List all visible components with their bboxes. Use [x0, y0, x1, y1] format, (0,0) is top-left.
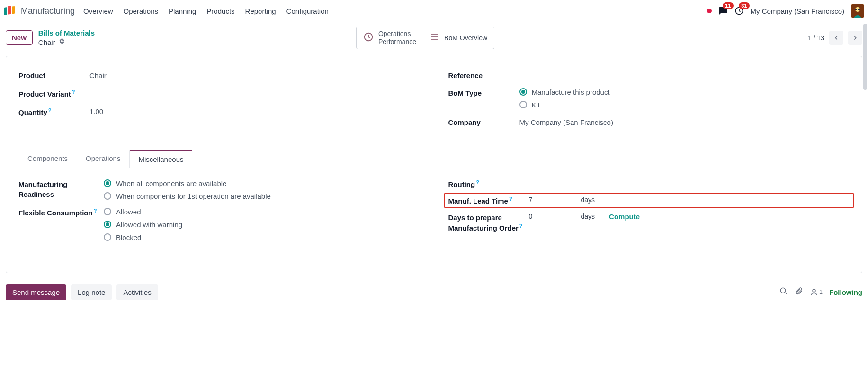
product-value[interactable]: Chair	[89, 71, 107, 80]
gear-icon[interactable]	[58, 38, 65, 47]
flex-allowed[interactable]: Allowed	[104, 208, 182, 216]
radio-icon	[104, 233, 111, 241]
list-icon	[430, 32, 439, 43]
svg-point-13	[813, 289, 815, 292]
bom-type-label: BoM Type	[448, 88, 519, 97]
breadcrumb-link[interactable]: Bills of Materials	[38, 28, 95, 38]
form-sheet: Product Chair Product Variant? Quantity?…	[6, 56, 862, 273]
top-nav: Manufacturing Overview Operations Planni…	[0, 0, 868, 22]
activities-badge: 31	[739, 2, 749, 9]
svg-point-12	[780, 288, 786, 293]
manuf-lead-time-row: Manuf. Lead Time? 7 days	[444, 193, 855, 208]
help-icon[interactable]: ?	[519, 223, 523, 229]
product-label: Product	[18, 71, 89, 80]
stat-operations-performance[interactable]: Operations Performance	[356, 27, 423, 49]
company-value[interactable]: My Company (San Francisco)	[519, 117, 613, 126]
nav-item-configuration[interactable]: Configuration	[286, 7, 329, 15]
tab-miscellaneous[interactable]: Miscellaneous	[129, 150, 192, 168]
svg-rect-7	[857, 9, 858, 10]
help-icon[interactable]: ?	[94, 208, 97, 213]
tab-operations[interactable]: Operations	[77, 149, 129, 168]
manufacturing-readiness-label: Manufacturing Readiness	[18, 179, 104, 199]
readiness-all-components[interactable]: When all components are available	[104, 179, 271, 187]
help-icon[interactable]: ?	[72, 89, 75, 95]
svg-rect-1	[8, 6, 11, 15]
log-note-button[interactable]: Log note	[71, 284, 112, 300]
avatar[interactable]	[851, 4, 864, 18]
nav-item-reporting[interactable]: Reporting	[245, 7, 276, 15]
attachment-icon[interactable]	[795, 287, 803, 297]
breadcrumb: Bills of Materials Chair	[38, 28, 95, 47]
scrollbar[interactable]	[863, 24, 867, 90]
manuf-lead-time-unit: days	[581, 196, 595, 204]
action-bar: New Bills of Materials Chair Operations …	[0, 22, 868, 56]
stat-bom-label: BoM Overview	[444, 34, 487, 42]
tab-content-miscellaneous: Manufacturing Readiness When all compone…	[18, 168, 850, 249]
app-logo[interactable]	[4, 5, 16, 17]
followers-count: 1	[819, 289, 823, 295]
stat-ops-line2: Performance	[378, 38, 416, 46]
new-button[interactable]: New	[6, 30, 33, 45]
help-icon[interactable]: ?	[509, 196, 512, 202]
activities-button[interactable]: Activities	[116, 284, 158, 300]
pager: 1 / 13	[808, 31, 862, 45]
tab-components[interactable]: Components	[18, 149, 77, 168]
send-message-button[interactable]: Send message	[6, 284, 66, 300]
quantity-value[interactable]: 1.00	[89, 107, 103, 115]
following-button[interactable]: Following	[829, 288, 862, 296]
breadcrumb-current: Chair	[38, 38, 95, 47]
activities-icon[interactable]: 31	[734, 6, 744, 16]
radio-icon	[104, 221, 111, 228]
messages-badge: 11	[723, 2, 733, 9]
manuf-lead-time-value[interactable]: 7	[529, 196, 562, 204]
clock-icon	[363, 32, 374, 44]
bom-type-kit[interactable]: Kit	[519, 101, 610, 109]
followers-button[interactable]: 1	[810, 288, 823, 296]
nav-item-planning[interactable]: Planning	[169, 7, 196, 15]
reference-label: Reference	[448, 71, 519, 80]
nav-items: Overview Operations Planning Products Re…	[83, 7, 329, 15]
nav-item-products[interactable]: Products	[206, 7, 234, 15]
svg-rect-2	[12, 6, 15, 14]
help-icon[interactable]: ?	[476, 179, 479, 185]
compute-button[interactable]: Compute	[609, 213, 640, 221]
stat-buttons: Operations Performance BoM Overview	[356, 27, 494, 49]
tabs: Components Operations Miscellaneous	[18, 149, 862, 168]
svg-rect-11	[431, 39, 438, 40]
radio-icon	[104, 208, 111, 215]
radio-icon	[519, 88, 527, 96]
messages-icon[interactable]: 11	[718, 6, 728, 16]
pager-next[interactable]	[848, 31, 862, 45]
flex-allowed-warning[interactable]: Allowed with warning	[104, 221, 182, 229]
company-switcher[interactable]: My Company (San Francisco)	[751, 7, 844, 15]
nav-item-overview[interactable]: Overview	[83, 7, 113, 15]
company-label: Company	[448, 117, 519, 126]
bom-type-manufacture[interactable]: Manufacture this product	[519, 88, 610, 96]
product-variant-label: Product Variant?	[18, 88, 89, 98]
routing-label: Routing?	[448, 179, 534, 188]
search-icon[interactable]	[779, 287, 788, 297]
days-to-prepare-label: Days to prepare Manufacturing Order?	[448, 213, 529, 233]
flex-blocked[interactable]: Blocked	[104, 233, 182, 241]
quantity-label: Quantity?	[18, 107, 89, 116]
stat-ops-line1: Operations	[378, 30, 416, 38]
radio-icon	[519, 101, 527, 108]
pager-text[interactable]: 1 / 13	[808, 34, 824, 42]
chatter: Send message Log note Activities 1 Follo…	[0, 279, 868, 314]
svg-rect-0	[4, 7, 7, 15]
svg-rect-9	[431, 34, 438, 35]
days-to-prepare-unit: days	[581, 213, 595, 220]
help-icon[interactable]: ?	[48, 107, 52, 113]
readiness-first-operation[interactable]: When components for 1st operation are av…	[104, 192, 271, 200]
svg-rect-10	[431, 36, 438, 37]
flexible-consumption-label: Flexible Consumption?	[18, 208, 104, 217]
days-to-prepare-value[interactable]: 0	[529, 213, 562, 220]
radio-icon	[104, 179, 111, 187]
manuf-lead-time-label: Manuf. Lead Time?	[448, 196, 529, 205]
nav-item-operations[interactable]: Operations	[124, 7, 158, 15]
breadcrumb-current-text: Chair	[38, 38, 55, 47]
stat-bom-overview[interactable]: BoM Overview	[423, 27, 494, 49]
app-title[interactable]: Manufacturing	[21, 6, 75, 16]
pager-prev[interactable]	[829, 31, 843, 45]
radio-icon	[104, 192, 111, 200]
